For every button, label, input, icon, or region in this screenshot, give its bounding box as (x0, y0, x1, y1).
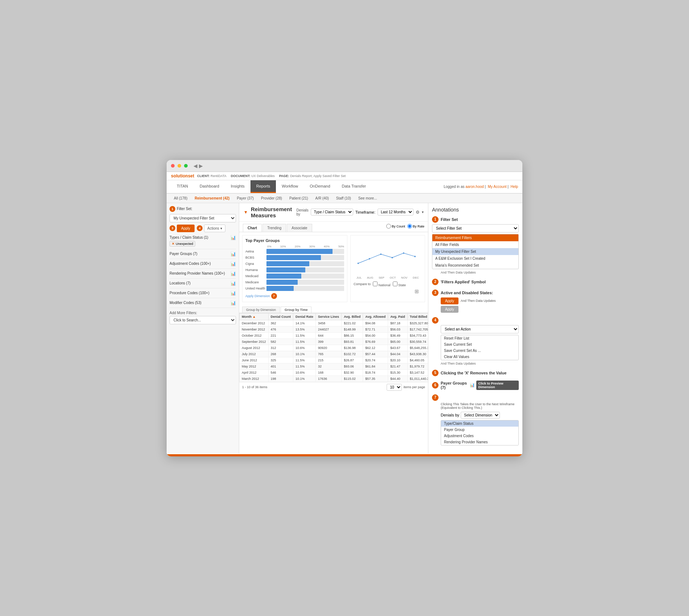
filter-set-ann-dropdown[interactable]: Select Filter Set (432, 224, 519, 233)
max-btn[interactable] (184, 164, 188, 168)
help-link[interactable]: Help (510, 185, 518, 189)
col-avg-billed[interactable]: Avg. Billed (342, 313, 363, 320)
subnav-payer[interactable]: Payer (37) (234, 195, 257, 201)
table-tab-dimension[interactable]: Group by Dimension (242, 307, 280, 313)
badge-1: 1 (170, 206, 175, 212)
apply-button[interactable]: Apply (177, 225, 195, 232)
option-aem[interactable]: A E&M Exclusion Set I Created (432, 255, 518, 262)
col-month[interactable]: Month ▲ (240, 313, 269, 320)
nav-dashboard[interactable]: Dashboard (194, 180, 225, 193)
my-account-link[interactable]: My Account (488, 185, 507, 189)
chart-tab-chart[interactable]: Chart (243, 224, 262, 232)
dim-adjustment[interactable]: Adjustment Codes (441, 433, 518, 439)
by-rate-radio[interactable]: By Rate (407, 224, 424, 229)
state-checkbox[interactable] (393, 282, 398, 286)
ann-num-4: 4 (432, 317, 439, 324)
ann-apply-inactive[interactable]: Apply (441, 306, 458, 313)
action-ann-dropdown[interactable]: Select an Action (441, 325, 519, 333)
rendering-chart-icon[interactable]: 📊 (231, 271, 236, 276)
option-maria[interactable]: Maria's Recommended Set (432, 262, 518, 269)
subnav-provider[interactable]: Provider (28) (258, 195, 285, 201)
add-filters-select[interactable]: Click to Search... (170, 316, 236, 324)
ann-dimension-select[interactable]: Select Dimension (461, 412, 500, 419)
national-checkbox-label[interactable]: National (373, 282, 391, 287)
subnav-patient[interactable]: Patient (21) (286, 195, 311, 201)
action-save-as[interactable]: Save Current Set As ... (441, 348, 518, 354)
denials-by-select[interactable]: Type / Claim Status (311, 209, 353, 215)
forward-arrow[interactable]: ▶ (199, 163, 203, 169)
col-service-lines[interactable]: Service Lines (316, 313, 342, 320)
chart-view-icon[interactable]: ⊞ (415, 288, 419, 294)
back-arrow[interactable]: ◀ (193, 163, 197, 169)
modifier-chart-icon[interactable]: 📊 (231, 300, 236, 305)
cell-1-2: 13.5% (293, 326, 316, 332)
locations-chart-icon[interactable]: 📊 (231, 281, 236, 286)
col-avg-allowed[interactable]: Avg. Allowed (363, 313, 388, 320)
cell-4-4: $136.98 (342, 345, 363, 351)
col-avg-paid[interactable]: Avg. Paid (388, 313, 408, 320)
cell-6-5: $20.74 (363, 357, 388, 363)
dim-type-claim[interactable]: Type/Claim Status (441, 420, 518, 427)
col-denial-count[interactable]: Denial Count (268, 313, 293, 320)
sort-arrow-month: ▲ (253, 315, 256, 319)
action-clear[interactable]: Clear All Values (441, 354, 518, 360)
nav-insights[interactable]: Insights (225, 180, 250, 193)
subnav-reimbursement[interactable]: Reimbursement (42) (192, 195, 232, 201)
apply-dimension-link[interactable]: Apply Dimension 7 (245, 293, 344, 299)
dim-payer-group[interactable]: Payer Group (441, 427, 518, 433)
chart-tab-associate[interactable]: Associate (287, 224, 312, 232)
subnav-ar[interactable]: A/R (40) (313, 195, 332, 201)
state-checkbox-label[interactable]: State (393, 282, 406, 287)
month-aug: AUG (367, 276, 373, 279)
per-page-select[interactable]: 10 (387, 384, 402, 391)
dim-rendering[interactable]: Rendering Provider Names (441, 439, 518, 445)
cell-7-6: $21.47 (388, 363, 408, 369)
bar-fill-unitedhealth (266, 286, 294, 291)
cell-4-2: 10.6% (293, 345, 316, 351)
cell-2-7: $34,773.43 (407, 332, 428, 338)
nav-titan[interactable]: TITAN (171, 180, 194, 193)
types-chart-icon[interactable]: 📊 (231, 235, 236, 240)
by-count-radio[interactable]: By Count (386, 224, 405, 229)
filter-group-types: Types / Claim Status (1) 📊 ✕ Unexpected (170, 235, 236, 249)
ann-note-4: And Then Data Updates (441, 362, 519, 365)
page-value: Denials Report; Apply Saved Filter Set (290, 174, 346, 178)
col-denial-rate[interactable]: Denial Rate (293, 313, 316, 320)
nav-reports[interactable]: Reports (250, 180, 276, 193)
payer-chart-icon[interactable]: 📊 (231, 251, 236, 256)
col-total-billed[interactable]: Total Billed (407, 313, 428, 320)
option-all-fields[interactable]: All Filter Fields (432, 241, 518, 248)
option-reimbursement[interactable]: Reimbursement Filters (432, 234, 518, 241)
subnav-seemore[interactable]: See more... (355, 195, 380, 201)
timeframe-select[interactable]: Last 12 Months (378, 209, 413, 215)
svg-point-3 (392, 257, 393, 258)
national-checkbox[interactable] (373, 282, 378, 286)
action-reset[interactable]: Reset Filter List (441, 335, 518, 341)
procedure-chart-icon[interactable]: 📊 (231, 291, 236, 296)
nav-workflow[interactable]: Workflow (276, 180, 304, 193)
chart-tab-trending[interactable]: Trending (262, 224, 286, 232)
filter-set-select[interactable]: My Unexpected Filter Set (170, 214, 236, 222)
ann-apply-active[interactable]: Apply (441, 297, 458, 304)
denials-by-label: Denials by (296, 208, 308, 216)
actions-button[interactable]: Actions ▾ (204, 225, 225, 232)
ann-section-5: 5 Clicking the 'X' Removes the Value (432, 370, 519, 376)
subnav-all[interactable]: All (178) (171, 195, 190, 201)
table-tab-time[interactable]: Group by Time (281, 307, 311, 313)
close-btn[interactable] (171, 164, 175, 168)
subnav-staff[interactable]: Staff (10) (333, 195, 354, 201)
option-my-unexpected[interactable]: My Unexpected Filter Set (432, 248, 518, 255)
adjustment-chart-icon[interactable]: 📊 (231, 261, 236, 266)
per-page-label: items per page (403, 385, 425, 389)
gear-button[interactable]: ⚙ (416, 210, 420, 215)
login-user-link[interactable]: aaron.hood (465, 185, 484, 189)
nav-ondemand[interactable]: OnDemand (304, 180, 336, 193)
settings-arrow-icon: ▾ (422, 210, 424, 214)
nav-datatransfer[interactable]: Data Transfer (336, 180, 372, 193)
min-btn[interactable] (178, 164, 181, 168)
action-save[interactable]: Save Current Set (441, 341, 518, 348)
preview-badge[interactable]: Click to Preview Dimension (476, 381, 519, 390)
bar-label-medicaid: Medicaid (245, 274, 266, 278)
remove-unexpected-icon[interactable]: ✕ (172, 242, 175, 246)
svg-point-0 (358, 262, 359, 264)
